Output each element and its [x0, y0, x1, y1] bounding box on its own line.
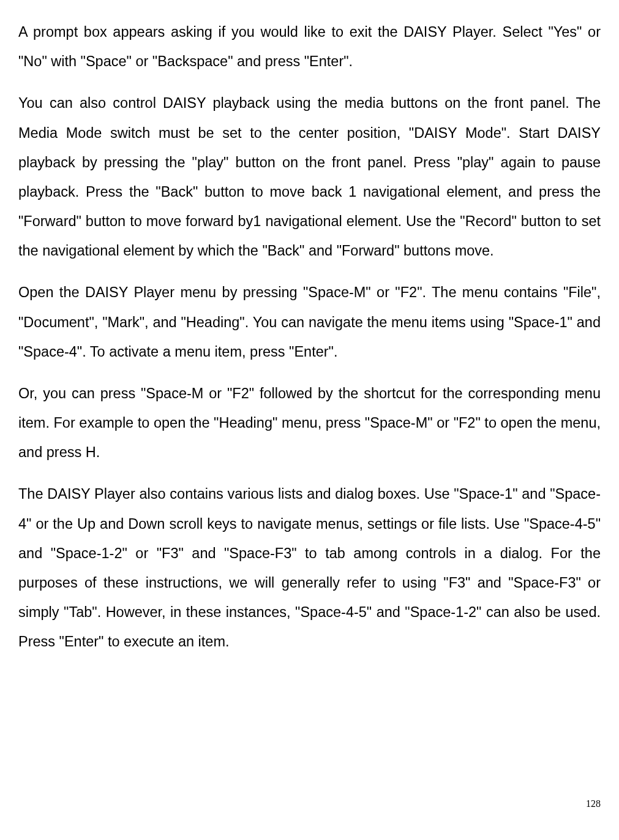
paragraph-1: A prompt box appears asking if you would… [18, 17, 601, 76]
paragraph-3: Open the DAISY Player menu by pressing "… [18, 278, 601, 366]
paragraph-2: You can also control DAISY playback usin… [18, 88, 601, 265]
page-number: 128 [586, 798, 601, 809]
paragraph-5: The DAISY Player also contains various l… [18, 479, 601, 656]
paragraph-4: Or, you can press "Space-M or "F2" follo… [18, 379, 601, 467]
document-content: A prompt box appears asking if you would… [18, 17, 601, 656]
